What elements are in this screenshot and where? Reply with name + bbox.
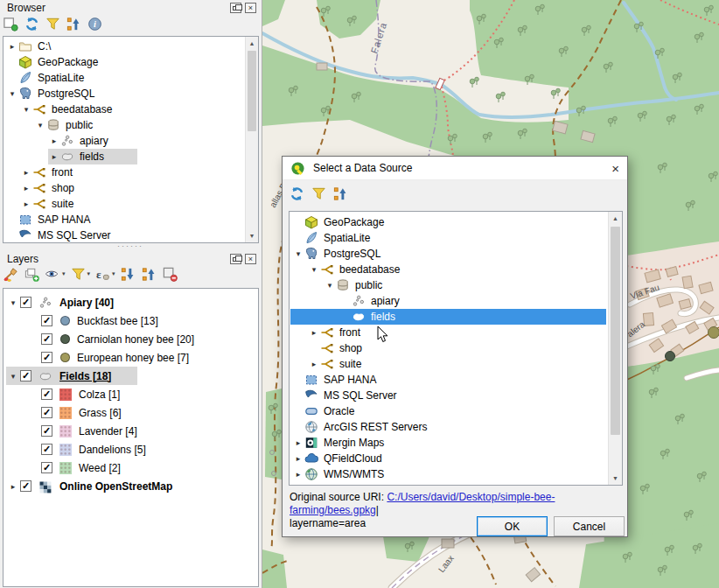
expand-arrow-icon[interactable]: ▸: [48, 136, 60, 145]
expand-arrow-icon[interactable]: ▸: [20, 200, 32, 208]
expand-arrow-icon[interactable]: ▸: [6, 42, 18, 51]
remove-layer-button[interactable]: [161, 264, 179, 284]
collapse-arrow-icon[interactable]: ▾: [308, 265, 320, 274]
dialog-titlebar[interactable]: Select a Data Source ×: [283, 157, 627, 180]
visibility-checkbox[interactable]: ✓: [41, 444, 52, 455]
browser-scrollbar[interactable]: ▲ ▼: [245, 37, 258, 242]
tree-item-shop[interactable]: shop: [290, 340, 606, 356]
collapse-arrow-icon[interactable]: ▾: [6, 298, 20, 307]
tree-item-fields[interactable]: ▸fields: [4, 149, 243, 164]
browser-close-button[interactable]: ×: [245, 3, 256, 13]
tree-item-qfieldcloud[interactable]: ▸QFieldCloud: [290, 451, 606, 466]
carniolan-bee-marker[interactable]: [666, 352, 675, 361]
tree-item-c[interactable]: ▸C:\: [4, 38, 243, 54]
filter-browser-button[interactable]: [44, 14, 62, 33]
collapse-arrow-icon[interactable]: ▾: [292, 249, 304, 258]
visibility-checkbox[interactable]: ✓: [41, 425, 52, 437]
layer-item-apiary-40[interactable]: ▾✓Apiary [40]: [4, 293, 256, 312]
layers-close-button[interactable]: ×: [245, 254, 256, 264]
dropdown-arrow-icon[interactable]: ▾: [112, 270, 115, 277]
tree-item-fields[interactable]: fields: [290, 309, 606, 325]
visibility-checkbox[interactable]: ✓: [41, 352, 52, 363]
expand-arrow-icon[interactable]: ▸: [308, 360, 320, 368]
tree-item-postgresql[interactable]: ▾PostgreSQL: [4, 86, 243, 102]
manage-map-themes-button[interactable]: ▾: [44, 264, 66, 284]
scrollbar-thumb[interactable]: [248, 51, 256, 131]
tree-item-spatialite[interactable]: SpatiaLite: [290, 230, 606, 246]
collapse-arrow-icon[interactable]: ▾: [20, 105, 32, 114]
scroll-down-icon[interactable]: ▼: [609, 472, 622, 485]
tree-item-oracle[interactable]: Oracle: [290, 403, 606, 419]
expand-arrow-icon[interactable]: ▸: [292, 454, 304, 463]
tree-item-front[interactable]: ▸front: [4, 164, 243, 180]
layer-item-dandelions-5[interactable]: ✓Dandelions [5]: [4, 440, 256, 458]
tree-item-spatialite[interactable]: SpatiaLite: [4, 70, 243, 86]
tree-item-front[interactable]: ▸front: [290, 325, 606, 340]
layers-float-button[interactable]: [230, 254, 241, 264]
properties-button[interactable]: i: [86, 14, 104, 33]
expand-all-button[interactable]: [119, 264, 137, 284]
collapse-arrow-icon[interactable]: ▾: [6, 372, 20, 381]
layer-item-grass-6[interactable]: ✓Grass [6]: [4, 403, 256, 422]
layer-item-fields-18[interactable]: ▾✓Fields [18]: [4, 367, 256, 385]
scroll-down-icon[interactable]: ▼: [246, 229, 258, 242]
layer-item-buckfast-bee-13[interactable]: ✓Buckfast bee [13]: [4, 312, 256, 330]
tree-item-suite[interactable]: ▸suite: [290, 356, 606, 372]
visibility-checkbox[interactable]: ✓: [20, 297, 31, 308]
scrollbar-thumb[interactable]: [611, 227, 620, 435]
filter-by-expression-button[interactable]: ε▾: [94, 264, 116, 284]
scroll-up-icon[interactable]: ▲: [609, 212, 622, 225]
collapse-arrow-icon[interactable]: ▾: [324, 281, 336, 290]
tree-item-sap-hana[interactable]: SAP HANA: [290, 372, 606, 388]
tree-item-apiary[interactable]: ▸apiary: [4, 133, 243, 149]
browser-float-button[interactable]: [230, 3, 241, 13]
expand-arrow-icon[interactable]: ▸: [20, 168, 32, 177]
expand-arrow-icon[interactable]: ▸: [292, 470, 304, 479]
dropdown-arrow-icon[interactable]: ▾: [62, 270, 66, 277]
tree-item-sap-hana[interactable]: SAP HANA: [4, 212, 243, 228]
tree-item-arcgis-rest-servers[interactable]: ArcGIS REST Servers: [290, 419, 606, 435]
ok-button[interactable]: OK: [477, 516, 548, 536]
scroll-up-icon[interactable]: ▲: [246, 37, 258, 50]
expand-arrow-icon[interactable]: ▸: [6, 482, 20, 491]
tree-item-suite[interactable]: ▸suite: [4, 196, 243, 212]
refresh-button[interactable]: [23, 14, 41, 33]
filter-browser-button[interactable]: [310, 184, 328, 203]
tree-item-mergin-maps[interactable]: ▸Mergin Maps: [290, 435, 606, 451]
layer-item-lavender-4[interactable]: ✓Lavender [4]: [4, 422, 256, 440]
tree-item-wms-wmts[interactable]: ▸WMS/WMTS: [290, 466, 606, 482]
tree-item-shop[interactable]: ▸shop: [4, 180, 243, 196]
layer-item-online-openstreetmap[interactable]: ▸✓Online OpenStreetMap: [4, 477, 256, 495]
layer-item-weed-2[interactable]: ✓Weed [2]: [4, 458, 256, 477]
layer-item-european-honey-bee-7[interactable]: ✓European honey bee [7]: [4, 348, 256, 367]
visibility-checkbox[interactable]: ✓: [20, 370, 31, 382]
tree-item-beedatabase[interactable]: ▾beedatabase: [290, 262, 606, 277]
tree-item-public[interactable]: ▾public: [290, 277, 606, 293]
european-bee-marker[interactable]: [709, 327, 719, 339]
expand-arrow-icon[interactable]: ▸: [292, 438, 304, 447]
add-selected-layers-button[interactable]: [2, 14, 20, 33]
panel-splitter[interactable]: ······: [0, 242, 261, 250]
dropdown-arrow-icon[interactable]: ▾: [87, 270, 91, 277]
dialog-close-icon[interactable]: ×: [611, 162, 619, 175]
expand-arrow-icon[interactable]: ▸: [48, 152, 60, 161]
tree-item-apiary[interactable]: apiary: [290, 293, 606, 309]
collapse-all-button[interactable]: [65, 14, 83, 33]
open-layer-styling-button[interactable]: [2, 264, 20, 284]
visibility-checkbox[interactable]: ✓: [41, 462, 52, 473]
visibility-checkbox[interactable]: ✓: [41, 388, 52, 400]
tree-item-beedatabase[interactable]: ▾beedatabase: [4, 102, 243, 117]
visibility-checkbox[interactable]: ✓: [20, 480, 31, 492]
refresh-button[interactable]: [288, 184, 306, 203]
expand-arrow-icon[interactable]: ▸: [20, 184, 32, 192]
expand-arrow-icon[interactable]: ▸: [308, 328, 320, 337]
add-group-button[interactable]: [23, 264, 41, 284]
tree-item-geopackage[interactable]: GeoPackage: [4, 54, 243, 70]
layer-item-colza-1[interactable]: ✓Colza [1]: [4, 385, 256, 403]
collapse-all-button[interactable]: [332, 184, 350, 203]
dialog-scrollbar[interactable]: ▲ ▼: [608, 212, 622, 485]
tree-item-ms-sql-server[interactable]: MS SQL Server: [290, 388, 606, 403]
tree-item-public[interactable]: ▾public: [4, 117, 243, 133]
filter-legend-button[interactable]: ▾: [69, 264, 92, 284]
collapse-arrow-icon[interactable]: ▾: [34, 121, 46, 130]
